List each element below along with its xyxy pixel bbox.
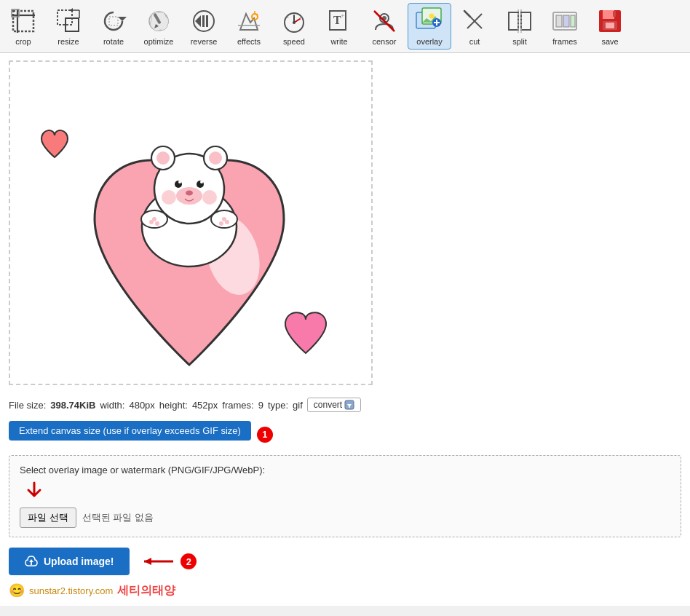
convert-label: convert bbox=[314, 400, 342, 410]
width-label: width: bbox=[100, 400, 124, 411]
file-select-arrow-row bbox=[20, 481, 670, 503]
svg-text:+: + bbox=[341, 12, 345, 20]
tool-frames[interactable]: frames bbox=[543, 3, 587, 50]
tool-resize[interactable]: resize bbox=[47, 3, 90, 50]
svg-point-66 bbox=[176, 187, 202, 205]
tool-crop[interactable]: crop bbox=[1, 3, 45, 50]
svg-point-67 bbox=[186, 191, 193, 196]
split-label: split bbox=[512, 37, 527, 46]
svg-marker-82 bbox=[29, 559, 33, 562]
tool-save[interactable]: save bbox=[588, 3, 632, 50]
tool-overlay[interactable]: overlay bbox=[408, 3, 451, 50]
resize-icon bbox=[54, 7, 83, 36]
tool-speed[interactable]: speed bbox=[272, 3, 316, 50]
svg-point-61 bbox=[209, 151, 222, 165]
image-preview-area bbox=[9, 60, 373, 385]
frames-value: 9 bbox=[258, 400, 263, 411]
censor-icon bbox=[370, 7, 399, 36]
arrow-down-icon bbox=[20, 481, 49, 503]
watermark-area: 😊 sunstar2.tistory.com 세티의태양 bbox=[9, 583, 681, 599]
write-label: write bbox=[330, 37, 347, 46]
watermark-korean: 세티의태양 bbox=[117, 583, 175, 599]
svg-rect-48 bbox=[571, 15, 575, 27]
svg-point-68 bbox=[162, 190, 176, 205]
overlay-label: Select overlay image or watermark (PNG/G… bbox=[20, 465, 670, 475]
extend-canvas-row: Extend canvas size (use if overlay excee… bbox=[9, 421, 681, 448]
file-select-button[interactable]: 파일 선택 bbox=[20, 508, 76, 528]
svg-rect-52 bbox=[606, 23, 614, 28]
write-icon: T + bbox=[325, 7, 354, 36]
crop-icon bbox=[9, 7, 38, 36]
height-label: height: bbox=[159, 400, 188, 411]
cut-label: cut bbox=[469, 37, 480, 46]
main-content: File size: 398.74KiB width: 480px height… bbox=[0, 53, 690, 606]
file-select-row: 파일 선택 선택된 파일 없음 bbox=[20, 508, 670, 528]
overlay-label: overlay bbox=[416, 37, 442, 46]
file-size-label: File size: bbox=[9, 400, 46, 411]
svg-point-65 bbox=[200, 181, 203, 183]
svg-point-76 bbox=[219, 221, 223, 226]
svg-point-77 bbox=[222, 217, 226, 221]
arrow-left-icon bbox=[137, 553, 173, 570]
svg-rect-47 bbox=[563, 15, 569, 27]
svg-marker-14 bbox=[195, 15, 201, 27]
optimize-label: optimize bbox=[144, 37, 174, 46]
svg-marker-84 bbox=[144, 558, 151, 565]
svg-rect-53 bbox=[613, 11, 616, 17]
type-label: type: bbox=[268, 400, 288, 411]
censor-label: censor bbox=[372, 37, 396, 46]
speed-icon bbox=[279, 7, 309, 36]
svg-rect-41 bbox=[509, 12, 518, 30]
no-file-text: 선택된 파일 없음 bbox=[82, 511, 154, 524]
convert-button[interactable]: convert bbox=[307, 398, 361, 412]
toolbar: crop resize rotate bbox=[0, 0, 690, 53]
download-icon bbox=[344, 400, 354, 410]
svg-rect-16 bbox=[206, 15, 208, 27]
tool-write[interactable]: T + write bbox=[317, 3, 361, 50]
save-icon bbox=[595, 7, 624, 36]
height-value: 452px bbox=[192, 400, 218, 411]
overlay-icon bbox=[415, 7, 444, 36]
tool-effects[interactable]: effects bbox=[227, 3, 271, 50]
svg-point-74 bbox=[152, 217, 156, 221]
frames-label: frames: bbox=[222, 400, 253, 411]
save-label: save bbox=[601, 37, 618, 46]
frames-icon bbox=[550, 7, 579, 36]
speed-label: speed bbox=[283, 37, 305, 46]
rotate-icon bbox=[99, 7, 128, 36]
gif-preview bbox=[15, 66, 370, 379]
reverse-icon bbox=[189, 7, 218, 36]
reverse-label: reverse bbox=[191, 37, 218, 46]
svg-rect-46 bbox=[556, 15, 562, 27]
effects-icon bbox=[234, 7, 263, 36]
tool-censor[interactable]: censor bbox=[362, 3, 406, 50]
svg-point-64 bbox=[178, 181, 181, 183]
upload-label: Upload image! bbox=[44, 556, 114, 567]
upload-row: Upload image! 2 bbox=[9, 548, 681, 575]
tool-rotate[interactable]: rotate bbox=[92, 3, 135, 50]
tool-reverse[interactable]: reverse bbox=[182, 3, 226, 50]
effects-label: effects bbox=[237, 37, 261, 46]
overlay-section: Select overlay image or watermark (PNG/G… bbox=[9, 455, 681, 537]
tool-split[interactable]: split bbox=[498, 3, 542, 50]
tool-optimize[interactable]: optimize bbox=[137, 3, 181, 50]
annotation-2: 2 bbox=[181, 553, 197, 569]
watermark-emoji: 😊 bbox=[9, 583, 25, 599]
svg-rect-0 bbox=[13, 11, 33, 31]
optimize-icon bbox=[144, 7, 173, 36]
cut-icon bbox=[460, 7, 489, 36]
upload-cloud-icon bbox=[25, 555, 38, 568]
width-value: 480px bbox=[129, 400, 154, 411]
svg-rect-42 bbox=[521, 12, 531, 30]
crop-label: crop bbox=[15, 37, 31, 46]
file-size-value: 398.74KiB bbox=[50, 400, 95, 411]
extend-canvas-button[interactable]: Extend canvas size (use if overlay excee… bbox=[9, 421, 251, 441]
svg-point-59 bbox=[156, 151, 170, 165]
upload-button[interactable]: Upload image! bbox=[9, 548, 130, 575]
svg-point-69 bbox=[202, 190, 217, 205]
resize-label: resize bbox=[58, 37, 79, 46]
svg-point-73 bbox=[155, 221, 159, 226]
type-value: gif bbox=[293, 400, 303, 411]
tool-cut[interactable]: cut bbox=[453, 3, 496, 50]
annotation-1: 1 bbox=[257, 427, 273, 443]
